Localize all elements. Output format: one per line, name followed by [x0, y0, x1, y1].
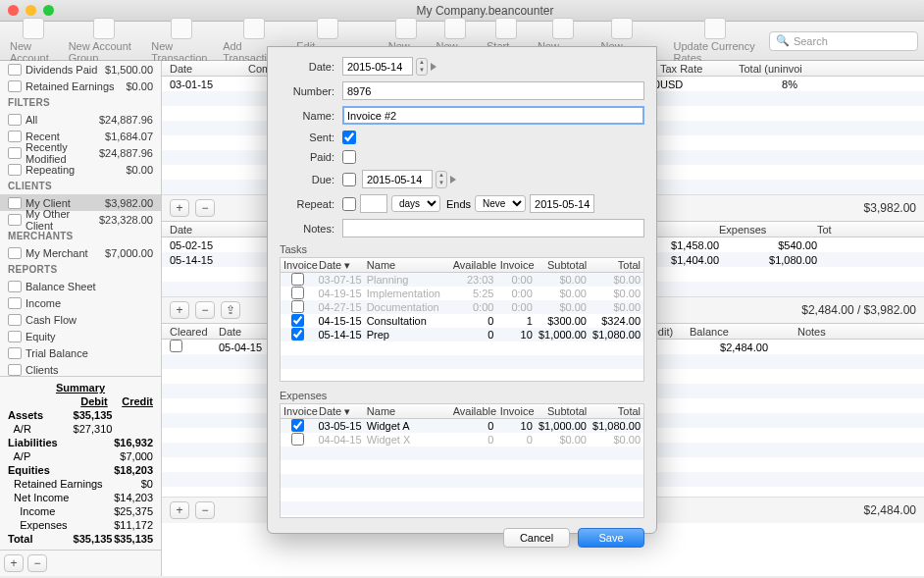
repeat-unit-select[interactable]: days [391, 195, 440, 212]
close-window-icon[interactable] [8, 5, 19, 16]
notes-field[interactable] [342, 219, 644, 237]
notes-label: Notes: [280, 223, 334, 235]
due-stepper[interactable]: ▲▼ [436, 171, 447, 188]
ends-label: Ends [446, 198, 471, 210]
ends-date-field[interactable] [530, 194, 594, 213]
toolbar-new-transaction[interactable]: New Transaction [147, 16, 215, 66]
sidebar-item-trial-balance[interactable]: Trial Balance [0, 344, 161, 361]
task-invoice-checkbox[interactable] [291, 300, 304, 313]
repeat-label: Repeat: [280, 198, 334, 210]
due-checkbox[interactable] [342, 173, 356, 186]
task-invoice-checkbox[interactable] [291, 314, 304, 327]
due-label: Due: [280, 174, 334, 185]
t1-remove-button[interactable]: − [195, 199, 215, 217]
date-field[interactable] [342, 57, 413, 76]
sidebar-item-equity[interactable]: Equity [0, 328, 161, 344]
sidebar-item-dividends-paid[interactable]: Dividends Paid$1,500.00 [0, 61, 161, 78]
sidebar-remove-button[interactable]: − [27, 554, 47, 572]
sidebar-item-retained-earnings[interactable]: Retained Earnings$0.00 [0, 78, 161, 94]
task-invoice-checkbox[interactable] [291, 287, 304, 299]
sidebar-item-my-other-client[interactable]: My Other Client$23,328.00 [0, 211, 161, 228]
sidebar-item-cash-flow[interactable]: Cash Flow [0, 311, 161, 328]
cancel-button[interactable]: Cancel [503, 528, 570, 548]
repeat-n-field[interactable] [360, 194, 387, 213]
number-field[interactable] [342, 81, 644, 100]
sidebar-header: FILTERS [0, 94, 161, 111]
sent-checkbox[interactable] [342, 131, 356, 144]
sidebar-item-my-merchant[interactable]: My Merchant$7,000.00 [0, 244, 161, 261]
search-input[interactable]: 🔍Search [769, 31, 918, 51]
paid-label: Paid: [280, 151, 334, 163]
sidebar-item-balance-sheet[interactable]: Balance Sheet [0, 278, 161, 294]
due-play-icon[interactable] [450, 176, 456, 184]
repeat-checkbox[interactable] [342, 197, 356, 211]
zoom-window-icon[interactable] [43, 5, 54, 16]
sidebar-item-recently-modified[interactable]: Recently Modified$24,887.96 [0, 144, 161, 161]
sent-label: Sent: [280, 131, 334, 143]
sidebar-header: CLIENTS [0, 178, 161, 194]
sidebar-item-income[interactable]: Income [0, 294, 161, 311]
toolbar-new-account[interactable]: New Account [6, 16, 61, 66]
sidebar-item-all[interactable]: All$24,887.96 [0, 111, 161, 128]
date-stepper[interactable]: ▲▼ [416, 58, 428, 76]
sidebar-item-clients[interactable]: Clients [0, 361, 161, 376]
sidebar: Dividends Paid$1,500.00Retained Earnings… [0, 61, 162, 576]
due-field[interactable] [362, 170, 433, 188]
summary: SummaryDebitCreditAssets$35,135 A/R$27,3… [0, 376, 161, 550]
toolbar-new-account-group[interactable]: New Account Group [65, 16, 144, 66]
sidebar-add-button[interactable]: + [4, 554, 24, 572]
sidebar-item-repeating[interactable]: Repeating$0.00 [0, 161, 161, 178]
sidebar-header: REPORTS [0, 261, 161, 278]
ends-mode-select[interactable]: Never [475, 195, 526, 212]
date-label: Date: [280, 61, 334, 73]
expense-invoice-checkbox[interactable] [291, 419, 304, 432]
task-invoice-checkbox[interactable] [291, 328, 304, 341]
t2-remove-button[interactable]: − [195, 301, 215, 319]
save-button[interactable]: Save [578, 528, 644, 548]
expenses-heading: Expenses [280, 390, 644, 401]
t1-add-button[interactable]: + [170, 199, 189, 217]
tasks-table: InvoiceDate ▾NameAvailableInvoiceSubtota… [280, 257, 644, 382]
t2-share-button[interactable]: ⇪ [221, 301, 240, 319]
date-play-icon[interactable] [431, 63, 436, 71]
t2-add-button[interactable]: + [170, 301, 189, 319]
task-invoice-checkbox[interactable] [291, 273, 304, 286]
t3-remove-button[interactable]: − [195, 501, 215, 519]
name-field[interactable] [342, 106, 644, 125]
invoice-dialog: Date: ▲▼ Number: Name: Sent: Paid: Due: … [267, 46, 657, 534]
toolbar-update-currency-rates[interactable]: Update Currency Rates [670, 16, 761, 66]
number-label: Number: [280, 85, 334, 97]
minimize-window-icon[interactable] [26, 5, 36, 16]
expenses-table: InvoiceDate ▾NameAvailableInvoiceSubtota… [280, 403, 644, 518]
name-label: Name: [280, 110, 334, 122]
t3-add-button[interactable]: + [170, 501, 189, 519]
paid-checkbox[interactable] [342, 150, 356, 164]
tasks-heading: Tasks [280, 243, 644, 255]
expense-invoice-checkbox[interactable] [291, 433, 304, 446]
